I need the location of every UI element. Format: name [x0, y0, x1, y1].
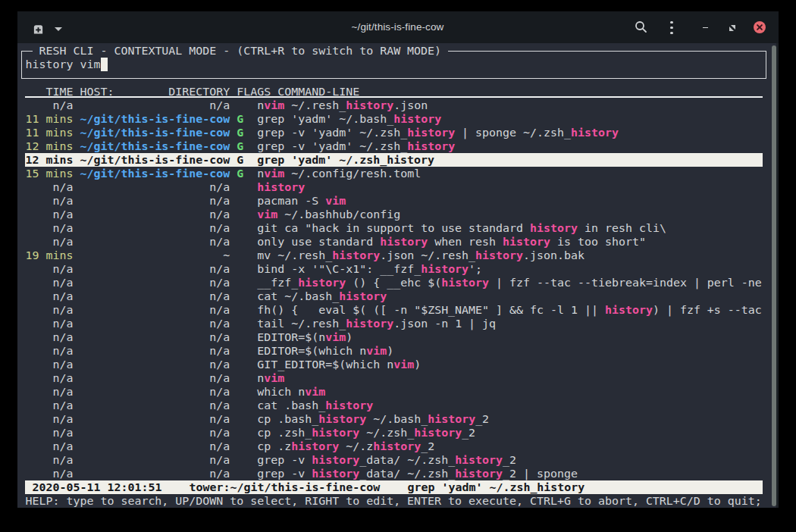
titlebar[interactable]: ~/git/this-is-fine-cow: [17, 11, 779, 43]
scrollbar-track: [776, 43, 779, 509]
menu-kebab-icon[interactable]: [669, 20, 674, 35]
history-row[interactable]: n/a n/a tail ~/.resh_history.json -n 1 |…: [26, 317, 497, 330]
history-row[interactable]: 11 mins ~/git/this-is-fine-cow G grep 'y…: [26, 112, 442, 126]
history-row[interactable]: n/a n/a only use standard history when r…: [26, 235, 646, 249]
search-icon[interactable]: [634, 20, 648, 34]
search-input[interactable]: history vim: [26, 58, 101, 71]
history-row[interactable]: n/a n/a EDITOR=$(nvim): [26, 330, 353, 344]
history-row[interactable]: n/a n/a history: [26, 180, 306, 194]
history-row[interactable]: n/a n/a grep -v history_data/ ~/.zsh_his…: [26, 453, 517, 467]
restore-icon[interactable]: [729, 25, 735, 31]
status-location: tower:~/git/this-is-fine-cow: [190, 480, 381, 494]
history-row[interactable]: n/a n/a pacman -S vim: [26, 194, 346, 208]
history-row[interactable]: n/a n/a __fzf_history () { __ehc $(histo…: [26, 276, 762, 289]
minimize-icon[interactable]: [703, 27, 708, 29]
history-row[interactable]: 15 mins ~/git/this-is-fine-cow G nvim ~/…: [26, 167, 422, 180]
history-row[interactable]: n/a n/a cp .zsh_history ~/.zsh_history_2: [26, 426, 476, 440]
history-row[interactable]: n/a n/a git ca "hack in support to use s…: [26, 221, 666, 235]
history-row[interactable]: 19 mins ~ mv ~/.resh_history.json ~/.res…: [26, 249, 585, 262]
history-row[interactable]: 12 mins ~/git/this-is-fine-cow G grep -v…: [26, 139, 456, 153]
terminal-screen[interactable]: RESH CLI - CONTEXTUAL MODE - (CTRL+R to …: [17, 43, 779, 509]
table-header-underline: [25, 96, 763, 98]
history-row[interactable]: n/a n/a cp .bash_history ~/.bash_history…: [26, 412, 490, 426]
history-row[interactable]: n/a n/a bind -x '"\C-x1": __fzf_history'…: [26, 262, 483, 276]
status-timestamp: 2020-05-11 12:01:51: [33, 480, 162, 494]
history-row[interactable]: n/a n/a GIT_EDITOR=$(which nvim): [26, 358, 422, 371]
history-row[interactable]: 11 mins ~/git/this-is-fine-cow G grep -v…: [26, 126, 619, 139]
history-row[interactable]: 12 mins ~/git/this-is-fine-cow G grep 'y…: [26, 153, 435, 167]
history-row[interactable]: n/a n/a cat .bash_history: [26, 399, 374, 412]
history-row[interactable]: n/a n/a cp .zhistory ~/.zhistory_2: [26, 440, 435, 453]
scrollbar-thumb[interactable]: [772, 45, 776, 506]
history-row[interactable]: n/a n/a grep -v history_data/ ~/.zsh_his…: [26, 467, 578, 480]
history-row[interactable]: n/a n/a nvim ~/.resh_history.json: [26, 99, 428, 112]
terminal-window: ~/git/this-is-fine-cow RESH CLI - CONTEX…: [17, 11, 779, 508]
close-icon[interactable]: [754, 21, 766, 33]
history-row[interactable]: n/a n/a EDITOR=$(which nvim): [26, 344, 394, 358]
search-box-title: RESH CLI - CONTEXTUAL MODE - (CTRL+R to …: [33, 44, 449, 58]
help-line: HELP: type to search, UP/DOWN to select,…: [26, 494, 762, 508]
status-command: grep 'yadm' ~/.zsh_history: [408, 480, 585, 494]
text-cursor: [101, 58, 108, 71]
history-row[interactable]: n/a n/a vim ~/.bashhub/config: [26, 208, 401, 221]
history-row[interactable]: n/a n/a fh() { eval $( ([ -n "$ZSH_NAME"…: [26, 303, 762, 317]
history-row[interactable]: n/a n/a nvim: [26, 371, 285, 385]
history-row[interactable]: n/a n/a cat ~/.bash_history: [26, 289, 387, 303]
history-row[interactable]: n/a n/a which nvim: [26, 385, 326, 399]
window-title: ~/git/this-is-fine-cow: [17, 21, 779, 33]
status-bar: 2020-05-11 12:01:51 tower:~/git/this-is-…: [25, 480, 763, 494]
